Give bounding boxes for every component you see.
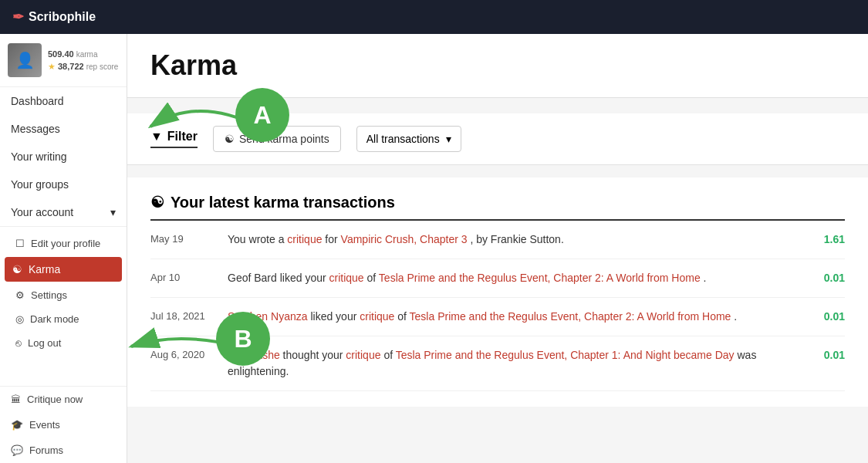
- forums-icon: 💬: [11, 444, 23, 456]
- log-out-icon: ⎋: [15, 337, 22, 349]
- sidebar-item-critique-now[interactable]: 🏛 Critique now: [0, 387, 127, 412]
- transaction-date: Apr 10: [150, 270, 212, 283]
- edit-profile-label: Edit your profile: [31, 238, 100, 249]
- dark-mode-icon: ◎: [15, 313, 24, 325]
- top-navigation: ✒ Scribophile: [0, 0, 868, 34]
- transaction-description: Hyen Ashe thought your critique of Tesla…: [228, 347, 809, 380]
- avatar[interactable]: 👤: [8, 43, 42, 77]
- work-link[interactable]: Tesla Prime and the Regulus Event, Chapt…: [410, 310, 731, 323]
- transactions-filter-label: All transactions: [366, 133, 440, 145]
- desc-mid: of: [367, 272, 379, 284]
- user-card: 👤 509.40 karma ★ 38,722 rep score: [0, 34, 127, 87]
- sidebar-item-messages[interactable]: Messages: [0, 115, 127, 143]
- desc-mid: of: [383, 349, 395, 361]
- transactions-heading: Your latest karma transactions: [171, 194, 395, 211]
- chevron-down-icon: ▾: [110, 206, 116, 218]
- app-name: Scribophile: [29, 10, 96, 24]
- desc-mid: of: [397, 310, 409, 323]
- transactions-filter-dropdown[interactable]: All transactions ▾: [356, 126, 461, 152]
- sidebar-item-log-out[interactable]: ⎋ Log out: [0, 331, 127, 355]
- desc-mid: for: [325, 233, 340, 245]
- karma-label: Karma: [29, 263, 60, 275]
- messages-label: Messages: [11, 123, 60, 135]
- critique-now-label: Critique now: [27, 394, 83, 405]
- log-out-label: Log out: [28, 337, 61, 349]
- filter-icon: ▼: [150, 130, 163, 144]
- send-karma-label: Send karma points: [239, 133, 329, 145]
- logo[interactable]: ✒ Scribophile: [12, 8, 96, 25]
- desc-pre2: liked your: [310, 310, 360, 323]
- filter-text: Filter: [167, 130, 198, 144]
- events-label: Events: [29, 419, 60, 431]
- sidebar-item-dark-mode[interactable]: ◎ Dark mode: [0, 307, 127, 331]
- main-content: Karma ▼ Filter ☯ Send karma points All t…: [127, 34, 868, 463]
- karma-value: 509.40 karma: [48, 48, 118, 61]
- filter-label: ▼ Filter: [150, 130, 198, 148]
- critique-link[interactable]: critique: [360, 310, 394, 323]
- your-account-label: Your account: [11, 206, 73, 218]
- sidebar: 👤 509.40 karma ★ 38,722 rep score Dashbo…: [0, 34, 127, 463]
- transaction-amount: 1.61: [824, 231, 845, 245]
- sidebar-item-events[interactable]: 🎓 Events: [0, 412, 127, 438]
- transaction-description: Stephen Nyanza liked your critique of Te…: [228, 309, 809, 325]
- transaction-amount: 0.01: [824, 347, 845, 361]
- events-icon: 🎓: [11, 419, 23, 431]
- desc-post: , by Frankie Sutton.: [470, 233, 563, 245]
- desc-pre: You wrote a: [228, 233, 287, 245]
- sidebar-item-forums[interactable]: 💬 Forums: [0, 438, 127, 463]
- avatar-image: 👤: [8, 43, 42, 77]
- rep-row: ★ 38,722 rep score: [48, 60, 118, 73]
- sidebar-item-your-writing[interactable]: Your writing: [0, 143, 127, 171]
- star-icon: ★: [48, 60, 56, 73]
- settings-label: Settings: [31, 289, 67, 301]
- sidebar-bottom-section: 🏛 Critique now 🎓 Events 💬 Forums: [0, 386, 127, 463]
- desc-post: .: [734, 310, 737, 323]
- settings-icon: ⚙: [15, 289, 25, 301]
- critique-link[interactable]: critique: [346, 349, 380, 361]
- page-title: Karma: [150, 49, 845, 82]
- table-row: May 19 You wrote a critique for Vampiric…: [150, 221, 845, 259]
- author-link[interactable]: Stephen Nyanza: [228, 310, 308, 323]
- filter-section: ▼ Filter ☯ Send karma points All transac…: [127, 113, 868, 165]
- transaction-date: May 19: [150, 231, 212, 245]
- your-writing-label: Your writing: [11, 150, 67, 163]
- desc-post: .: [704, 272, 707, 284]
- transaction-amount: 0.01: [824, 270, 845, 284]
- sidebar-item-edit-profile[interactable]: ☐ Edit your profile: [0, 231, 127, 255]
- author-link[interactable]: Hyen Ashe: [228, 349, 280, 361]
- sidebar-item-your-account[interactable]: Your account ▾: [0, 198, 127, 226]
- sidebar-item-dashboard[interactable]: Dashboard: [0, 87, 127, 115]
- desc-pre2: thought your: [283, 349, 346, 361]
- sidebar-item-your-groups[interactable]: Your groups: [0, 171, 127, 198]
- forums-label: Forums: [29, 444, 63, 456]
- transactions-title: ☯ Your latest karma transactions: [150, 193, 845, 221]
- send-karma-button[interactable]: ☯ Send karma points: [213, 126, 341, 152]
- transaction-date: Jul 18, 2021: [150, 309, 212, 322]
- dark-mode-label: Dark mode: [30, 313, 79, 325]
- your-groups-label: Your groups: [11, 178, 69, 191]
- table-row: Aug 6, 2020 Hyen Ashe thought your criti…: [150, 336, 845, 391]
- karma-title-icon: ☯: [150, 193, 164, 211]
- karma-circle-icon: ☯: [225, 133, 235, 145]
- transactions-section: ☯ Your latest karma transactions May 19 …: [127, 177, 868, 407]
- transaction-description: Geof Bard liked your critique of Tesla P…: [228, 270, 809, 286]
- work-link[interactable]: Tesla Prime and the Regulus Event, Chapt…: [396, 349, 735, 361]
- critique-link[interactable]: critique: [329, 272, 364, 284]
- work-link[interactable]: Vampiric Crush, Chapter 3: [341, 233, 468, 245]
- dashboard-label: Dashboard: [11, 95, 64, 107]
- critique-now-icon: 🏛: [11, 394, 21, 405]
- sidebar-item-settings[interactable]: ⚙ Settings: [0, 283, 127, 307]
- user-stats: 509.40 karma ★ 38,722 rep score: [48, 48, 118, 73]
- desc-pre: Geof Bard liked your: [228, 272, 329, 284]
- sidebar-item-karma[interactable]: ☯ Karma: [5, 257, 122, 282]
- dropdown-arrow-icon: ▾: [446, 133, 451, 145]
- critique-link[interactable]: critique: [287, 233, 322, 245]
- page-header: Karma: [127, 34, 868, 98]
- work-link[interactable]: Tesla Prime and the Regulus Event, Chapt…: [379, 272, 701, 284]
- edit-profile-icon: ☐: [15, 238, 25, 249]
- table-row: Apr 10 Geof Bard liked your critique of …: [150, 259, 845, 298]
- logo-icon: ✒: [12, 8, 24, 25]
- karma-icon: ☯: [12, 263, 22, 275]
- table-row: Jul 18, 2021 Stephen Nyanza liked your c…: [150, 298, 845, 336]
- transaction-amount: 0.01: [824, 309, 845, 323]
